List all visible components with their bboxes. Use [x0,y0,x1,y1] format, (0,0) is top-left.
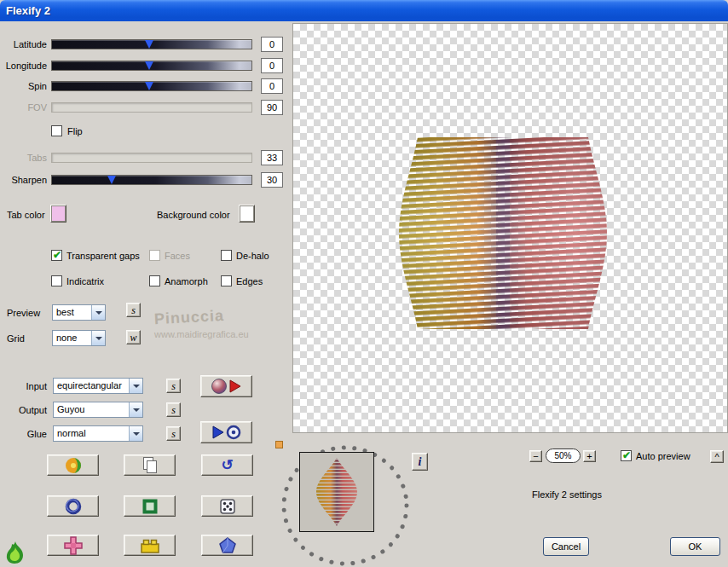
tabs-value[interactable]: 33 [261,150,283,165]
zoom-in-button[interactable]: + [583,450,596,462]
settings-caption: Flexify 2 settings [510,489,624,500]
transparent-gaps-checkbox[interactable] [51,250,62,261]
input-script-button[interactable]: s [166,379,181,393]
preview-script-button[interactable]: s [126,303,141,317]
input-render-button[interactable] [200,375,252,397]
dropdown-arrow-icon[interactable] [91,305,105,320]
output-select-value: Guyou [57,404,84,414]
dropdown-arrow-icon[interactable] [91,331,105,345]
gem-icon [218,537,237,554]
ok-button[interactable]: OK [670,537,720,556]
longitude-slider[interactable] [51,61,252,71]
watermark-url: www.maidiregrafica.eu [154,329,249,339]
grid-combo-label: Grid [7,333,25,344]
pink-cross-icon [64,536,83,555]
fov-value[interactable]: 90 [261,100,283,115]
spin-value[interactable]: 0 [261,78,283,94]
latitude-slider-handle[interactable] [145,40,153,49]
output-script-button[interactable]: s [166,402,181,417]
sharpen-slider-handle[interactable] [107,176,116,184]
cancel-button[interactable]: Cancel [543,537,589,556]
longitude-slider-handle[interactable] [145,61,153,70]
tab-color-label: Tab color [7,210,45,221]
anamorph-checkbox[interactable] [149,275,160,286]
flip-label: Flip [67,126,83,137]
sharpen-slider[interactable] [51,175,252,185]
faces-checkbox [149,250,160,261]
glue-select[interactable]: normal [53,425,143,442]
auto-preview-label: Auto preview [636,451,690,462]
copy-button[interactable] [124,454,176,476]
zoom-out-button[interactable]: − [529,450,542,462]
grid-select-value: none [56,333,77,343]
input-select-value: equirectangular [57,380,122,391]
dehalo-checkbox[interactable] [221,250,232,261]
gem-button[interactable] [201,535,253,556]
glue-render-button[interactable] [200,421,252,443]
sharpen-label: Sharpen [0,175,47,186]
preview-select[interactable]: best [52,304,106,321]
flame-icon [4,541,26,564]
ring-icon [64,498,83,515]
tabs-label: Tabs [0,153,47,164]
fov-slider [51,102,252,113]
edges-checkbox[interactable] [221,275,232,286]
square-button[interactable] [124,495,176,517]
background-color-swatch[interactable] [239,205,255,223]
dice-button[interactable] [201,495,253,517]
info-button[interactable]: i [412,453,428,471]
tab-color-swatch[interactable] [50,205,66,223]
flexify-dialog: Flexify 2 [0,0,728,567]
thumbnail-preview[interactable] [299,452,374,532]
brick-icon [140,537,160,554]
spin-label: Spin [0,81,47,92]
preview-combo-label: Preview [7,308,40,319]
latitude-value[interactable]: 0 [261,37,283,52]
edges-label: Edges [236,276,263,287]
undo-icon: ↺ [221,458,233,472]
sharpen-value[interactable]: 30 [261,172,283,188]
window-title: Flexify 2 [6,4,50,17]
faces-label: Faces [165,251,190,262]
indicatrix-label: Indicatrix [66,276,104,287]
grid-select[interactable]: none [52,330,106,346]
longitude-value[interactable]: 0 [261,58,283,73]
zoom-level[interactable]: 50% [546,448,581,463]
grid-script-button[interactable]: w [126,330,141,344]
preview-canvas [292,23,728,433]
undo-button[interactable]: ↺ [201,454,253,476]
spin-slider[interactable] [51,81,252,91]
spin-slider-handle[interactable] [145,82,153,90]
fov-label: FOV [0,102,47,113]
preview-select-value: best [56,307,74,317]
preview-image [397,133,609,333]
glue-label: Glue [0,429,47,440]
dropdown-arrow-icon[interactable] [129,379,142,393]
cross-button[interactable] [47,535,99,556]
background-color-label: Background color [157,210,230,221]
input-label: Input [0,381,47,392]
watermark-name: Pinuccia [154,307,225,328]
swirl-button[interactable] [47,454,99,476]
auto-preview-checkbox[interactable] [621,450,632,461]
glue-script-button[interactable]: s [166,426,181,441]
glue-select-value: normal [57,428,86,438]
swirl-icon [64,456,83,475]
input-select[interactable]: equirectangular [53,378,143,394]
longitude-label: Longitude [0,61,47,72]
output-select[interactable]: Guyou [53,402,143,418]
indicatrix-checkbox[interactable] [51,275,62,286]
output-label: Output [0,405,47,416]
dehalo-label: De-halo [236,251,269,262]
flip-checkbox[interactable] [51,125,62,136]
ring-button[interactable] [47,495,99,517]
collapse-button[interactable]: ^ [710,450,724,463]
dice-icon [219,498,236,515]
dropdown-arrow-icon[interactable] [129,402,142,417]
latitude-slider[interactable] [51,39,252,49]
brick-button[interactable] [124,535,176,556]
play-target-icon [210,423,244,442]
green-square-icon [142,498,159,515]
tabs-slider [51,153,252,163]
dropdown-arrow-icon[interactable] [129,426,142,441]
